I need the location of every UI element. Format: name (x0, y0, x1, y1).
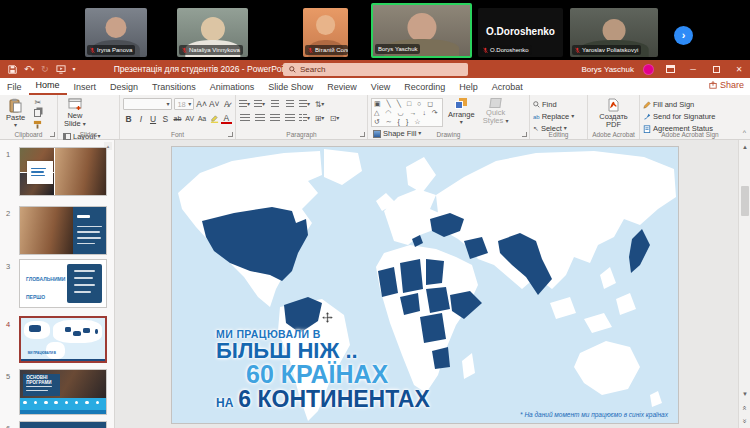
restore-button[interactable] (709, 63, 723, 75)
scroll-up-icon[interactable]: ▲ (739, 140, 750, 153)
slide-number: 5 (6, 372, 10, 381)
arrange-button[interactable]: Arrange▾ (445, 97, 478, 128)
bold-button[interactable]: B (123, 113, 134, 124)
tab-design[interactable]: Design (103, 80, 145, 95)
replace-button[interactable]: ab Replace▾ (533, 111, 584, 122)
tab-help[interactable]: Help (452, 80, 485, 95)
share-button[interactable]: Share (709, 80, 744, 90)
find-button[interactable]: Find (533, 99, 584, 110)
character-spacing-button[interactable]: AV (184, 113, 195, 124)
tab-slide-show[interactable]: Slide Show (261, 80, 320, 95)
strikethrough-button[interactable]: ab (172, 113, 183, 124)
participant-name: O.Doroshenko (490, 46, 529, 54)
tab-home[interactable]: Home (29, 78, 67, 95)
align-center-icon[interactable] (254, 113, 265, 123)
video-tile-doroshenko-camera-off[interactable]: O.Doroshenko O.Doroshenko (478, 8, 563, 57)
paragraph-dialog-launcher[interactable] (360, 132, 365, 137)
tab-transitions[interactable]: Transitions (145, 80, 203, 95)
scroll-down-icon[interactable]: ▼ (739, 387, 750, 400)
numbering-icon[interactable]: ▾ (254, 99, 265, 109)
undo-icon[interactable]: ↶▾ (24, 65, 34, 74)
tab-insert[interactable]: Insert (67, 80, 104, 95)
ribbon-display-options-icon[interactable] (663, 63, 677, 75)
align-right-icon[interactable] (269, 113, 280, 123)
participant-head (316, 15, 336, 35)
slide-number: 6 (6, 424, 10, 428)
participant-display-name: O.Doroshenko (478, 26, 563, 37)
video-tile-nataliya[interactable]: Nataliya Vinnykova (177, 8, 248, 57)
font-color-button[interactable]: A (221, 113, 232, 124)
tab-animations[interactable]: Animations (203, 80, 262, 95)
meeting-video-strip: Iryna Panova Nataliya Vinnykova Віталій … (0, 0, 750, 60)
shapes-gallery[interactable]: ▣ ╲ ╲ □ ○ ◻ △ ◠ ◡ → ↓ ↷ ↺ ∼ { } ☆ (371, 98, 443, 127)
slide-thumbnail-6[interactable] (19, 421, 107, 428)
tab-review[interactable]: Review (320, 80, 364, 95)
font-dialog-launcher[interactable] (228, 132, 233, 137)
slide-thumbnail-1[interactable] (19, 147, 107, 196)
scrollbar-thumb[interactable] (741, 186, 749, 216)
minimize-button[interactable]: ─ (686, 63, 700, 75)
account-name[interactable]: Borys Yaschuk (581, 65, 634, 74)
italic-button[interactable]: I (135, 113, 146, 124)
slide-thumbnail-4-selected[interactable]: МИ ПРАЦЮВАЛИ В БІЛЬШ НІЖ .. 60 КРАЇНАХ 6… (19, 316, 107, 363)
start-slideshow-icon[interactable] (56, 65, 66, 74)
justify-icon[interactable] (284, 113, 295, 123)
video-tile-borys-active-speaker[interactable]: Borys Yaschuk (371, 3, 472, 58)
redo-icon[interactable]: ↻ (41, 65, 49, 74)
video-tile-yaroslav[interactable]: Yaroslav Poliatskovyi (570, 8, 658, 57)
font-name-combo[interactable]: ▾ (123, 98, 172, 110)
account-avatar[interactable] (643, 64, 654, 75)
align-text-icon[interactable]: ⊞▾ (314, 113, 325, 123)
drawing-dialog-launcher[interactable] (522, 132, 527, 137)
shapes-row[interactable]: △ ◠ ◡ → ↓ ↷ (374, 108, 440, 117)
underline-button[interactable]: U (147, 113, 158, 124)
shapes-row[interactable]: ↺ ∼ { } ☆ (374, 117, 440, 126)
paste-button[interactable]: Paste▾ (3, 97, 28, 131)
video-tile-iryna[interactable]: Iryna Panova (85, 8, 147, 57)
video-tile-vitaliy[interactable]: Віталій Солових (303, 8, 348, 57)
shapes-row[interactable]: ▣ ╲ ╲ □ ○ ◻ (374, 99, 440, 108)
highlight-color-button[interactable] (209, 113, 220, 124)
increase-font-icon[interactable]: A˄ (196, 99, 207, 110)
search-box[interactable]: Search (283, 63, 468, 76)
decrease-font-icon[interactable]: A˅ (209, 99, 220, 110)
create-pdf-button[interactable]: СоздатьPDF (596, 97, 631, 131)
font-size-combo[interactable]: 18▾ (174, 98, 194, 110)
slide-thumbnail-3[interactable]: ГЛОБАЛЬНИМИ ПЕРШО РЕАГУВАЧАМИ (19, 259, 107, 308)
next-slide-button[interactable]: « (739, 415, 750, 428)
tab-recording[interactable]: Recording (397, 80, 452, 95)
tab-acrobat[interactable]: Acrobat (485, 80, 530, 95)
format-painter-icon[interactable] (32, 119, 43, 129)
tab-file[interactable]: File (0, 80, 29, 95)
slide-number-selected: 4 (6, 320, 10, 329)
clear-formatting-icon[interactable]: A̷ (222, 99, 232, 110)
line-spacing-icon[interactable]: ▾ (299, 99, 310, 109)
increase-indent-icon[interactable] (284, 99, 295, 109)
clipboard-dialog-launcher[interactable] (50, 132, 55, 137)
save-icon[interactable] (8, 65, 17, 74)
copy-icon[interactable] (32, 108, 43, 118)
bullets-icon[interactable]: ▾ (239, 99, 250, 109)
gallery-next-button[interactable]: › (674, 26, 693, 45)
align-left-icon[interactable] (239, 113, 250, 123)
previous-slide-button[interactable]: « (739, 401, 750, 414)
slide-canvas[interactable]: МИ ПРАЦЮВАЛИ В БІЛЬШ НІЖ .. 60 КРАЇНАХ Н… (172, 147, 678, 423)
slide-thumbnail-5[interactable]: ОСНОВНІ ПРОГРАМИ (19, 369, 107, 415)
close-button[interactable]: ✕ (732, 63, 746, 75)
decrease-indent-icon[interactable] (269, 99, 280, 109)
columns-icon[interactable]: ▾ (299, 113, 310, 123)
change-case-button[interactable]: Aa (196, 113, 207, 124)
collapse-ribbon-icon[interactable]: ^ (743, 129, 746, 136)
text-shadow-button[interactable]: S (160, 113, 171, 124)
send-for-signature-button[interactable]: Send for Signature (643, 111, 737, 122)
titlebar-right: Borys Yaschuk ─ ✕ (581, 60, 746, 78)
text-direction-icon[interactable]: ⇅▾ (314, 99, 325, 109)
smartart-icon[interactable]: ⊡▾ (329, 113, 340, 123)
tab-view[interactable]: View (364, 80, 397, 95)
new-slide-button[interactable]: NewSlide ▾ (61, 97, 89, 131)
fill-and-sign-button[interactable]: Fill and Sign (643, 99, 737, 110)
cut-icon[interactable]: ✂ (32, 97, 43, 107)
customize-qat-icon[interactable]: ▾ (73, 66, 76, 72)
quick-styles-button[interactable]: QuickStyles ▾ (480, 97, 512, 128)
slide-thumbnail-2[interactable] (19, 206, 107, 255)
